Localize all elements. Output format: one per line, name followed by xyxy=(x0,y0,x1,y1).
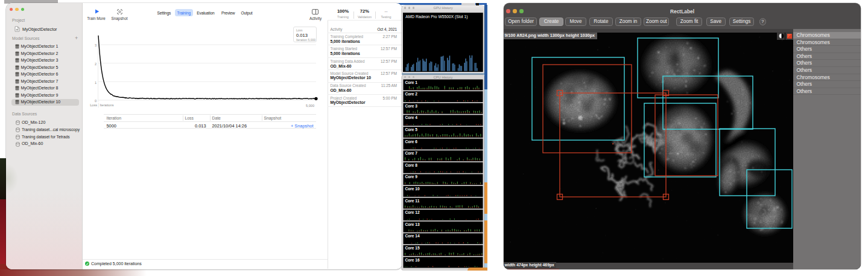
svg-text:Core 7: Core 7 xyxy=(405,151,418,155)
svg-text:Core 13: Core 13 xyxy=(405,222,420,226)
svg-text:Core 8: Core 8 xyxy=(405,163,418,167)
svg-text:Core 15: Core 15 xyxy=(405,246,420,250)
svg-text:3: 3 xyxy=(95,43,97,47)
svg-text:Core 16: Core 16 xyxy=(405,257,420,262)
svg-text:Core 2: Core 2 xyxy=(405,92,418,96)
svg-text:Core 9: Core 9 xyxy=(405,175,418,179)
svg-text:Iterations: Iterations xyxy=(100,103,114,107)
svg-text:Core 14: Core 14 xyxy=(405,234,420,238)
svg-text:Core 11: Core 11 xyxy=(405,198,420,202)
svg-text:5,000: 5,000 xyxy=(306,104,314,108)
svg-text:Core 10: Core 10 xyxy=(405,187,420,191)
svg-text:1: 1 xyxy=(95,81,97,85)
svg-text:AMD Radeon Pro W5500X (Slot 1): AMD Radeon Pro W5500X (Slot 1) xyxy=(405,14,467,19)
svg-text:Core 6: Core 6 xyxy=(405,139,418,143)
svg-text:Core 12: Core 12 xyxy=(405,210,420,214)
svg-text:0: 0 xyxy=(95,99,97,103)
svg-text:2: 2 xyxy=(95,62,97,66)
svg-text:Loss: Loss xyxy=(90,103,97,107)
svg-text:Core 1: Core 1 xyxy=(405,80,418,84)
svg-text:Core 3: Core 3 xyxy=(405,104,418,108)
svg-text:Core 4: Core 4 xyxy=(405,115,418,120)
svg-text:Core 5: Core 5 xyxy=(405,127,418,132)
